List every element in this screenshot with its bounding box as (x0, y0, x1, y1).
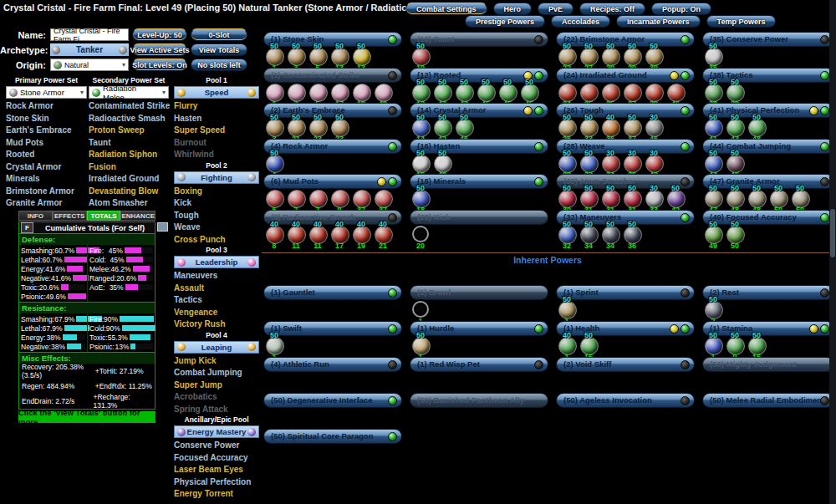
powerlist-item-radiation-siphon[interactable]: Radiation Siphon (89, 149, 169, 161)
empty-slot-icon[interactable] (412, 301, 429, 318)
powerlist-item-combat-jumping[interactable]: Combat Jumping (174, 367, 259, 379)
enhancement-slot[interactable]: 37 (373, 188, 395, 208)
no-slots-left-button[interactable]: No slots left (191, 59, 247, 71)
powerlist-item-proton-sweep[interactable]: Proton Sweep (89, 125, 169, 137)
power-bar-50-degenerative-interface[interactable]: (50) Degenerative Interface (263, 393, 402, 408)
enhancement-slot[interactable]: 5038 (703, 82, 725, 102)
enhancement-slot[interactable]: 5016 (410, 153, 432, 173)
enhancement-slot[interactable]: 408 (264, 224, 286, 244)
power-bar-20-kick[interactable]: (20) Kick (410, 210, 548, 225)
enhancement-slot[interactable]: 25 (600, 82, 622, 102)
enhancement-slot[interactable]: 5028 (557, 153, 579, 173)
enhancement-slot[interactable]: 5039 (725, 82, 747, 102)
enhancement-slot[interactable]: 3042 (644, 153, 665, 173)
pool-dropdown-speed[interactable]: Speed (174, 86, 259, 99)
topbar-button-combat-settings[interactable]: Combat Settings (405, 3, 487, 15)
powerlist-item-boxing[interactable]: Boxing (174, 186, 259, 198)
enhancement-slot[interactable]: 5013 (329, 46, 351, 66)
enhancement-slot[interactable]: 5048 (747, 188, 768, 208)
topbar-button-recipes-off[interactable]: Recipes: Off (579, 3, 645, 15)
enhancement-slot[interactable]: 5027 (579, 46, 600, 66)
powerlist-item-earth-s-embrace[interactable]: Earth's Embrace (6, 125, 87, 137)
topbar-button-incarnate-powers[interactable]: Incarnate Powers (616, 15, 701, 28)
origin-dropdown[interactable]: Natural ▾ (50, 59, 129, 71)
enhancement-slot[interactable]: 5034 (579, 224, 600, 244)
enhancement-slot[interactable]: 505 (308, 46, 329, 66)
pool-dropdown-leadership[interactable]: Leadership (174, 256, 259, 268)
enhancement-slot[interactable]: 5044 (703, 153, 725, 173)
powerlist-item-brimstone-armor[interactable]: Brimstone Armor (6, 186, 87, 198)
name-input[interactable]: Crystal Cristal - Fire Farm Fi (50, 28, 129, 41)
enhancement-slot[interactable]: 3046 (644, 117, 665, 137)
enhancement-slot[interactable]: 5018 (410, 188, 432, 208)
power-bar-1-contaminated-strike[interactable]: (1) Contaminated Strike (263, 68, 402, 83)
enhancement-slot[interactable]: 5050 (768, 188, 790, 208)
enhancement-slot[interactable]: 5031 (622, 188, 644, 208)
enhancement-slot[interactable]: 5031 (579, 188, 600, 208)
powerlist-item-taunt[interactable]: Taunt (89, 137, 169, 150)
powerlist-item-spring-attack[interactable]: Spring Attack (174, 404, 259, 416)
enhancement-slot[interactable]: 4019 (351, 224, 373, 244)
enhancement-slot[interactable]: 5047 (703, 188, 725, 208)
powerlist-item-tough[interactable]: Tough (174, 210, 259, 222)
secondary-powerset-dropdown[interactable]: Radiation Melee▾ (89, 86, 169, 99)
enhancement-slot[interactable]: 6 (264, 188, 286, 208)
power-bar-4-athletic-run[interactable]: (4) Athletic Run (263, 357, 402, 372)
enhancement-slot[interactable]: 5048 (747, 117, 768, 137)
power-bar-24-irradiated-ground[interactable]: (24) Irradiated Ground (556, 68, 695, 83)
enhancement-slot[interactable]: 501 (703, 335, 725, 355)
powerlist-item-devastating-blow[interactable]: Devastating Blow (89, 186, 169, 198)
enhancement-slot[interactable]: 501 (264, 335, 286, 355)
powerlist-item-jump-kick[interactable]: Jump Kick (174, 355, 259, 368)
power-bar-1-red-wisp-pet[interactable]: (1) Red Wisp Pet (410, 357, 548, 372)
enhancement-slot[interactable]: 5014 (410, 117, 432, 137)
powerlist-item-contaminated-strike[interactable]: Contaminated Strike (89, 100, 169, 113)
powerlist-item-minerals[interactable]: Minerals (6, 173, 87, 186)
enhancement-slot[interactable]: 3033 (644, 188, 665, 208)
enhancement-slot[interactable]: 5043 (725, 117, 747, 137)
view-active-sets-button[interactable]: View Active Sets (132, 43, 187, 56)
enhancement-slot[interactable]: 501 (557, 299, 579, 319)
topbar-button-prestige-powers[interactable]: Prestige Powers (465, 15, 545, 28)
topbar-button-temp-powers[interactable]: Temp Powers (706, 15, 777, 28)
pool-dropdown-leaping[interactable]: Leaping (174, 341, 259, 354)
archetype-next-icon[interactable] (119, 46, 127, 54)
power-bar-50-spiritual-core-paragon[interactable]: (50) Spiritual Core Paragon (263, 429, 402, 444)
enhancement-slot[interactable]: 5030 (557, 188, 579, 208)
enhancement-slot[interactable]: 5012 (410, 82, 432, 102)
enhancement-slot[interactable]: 40 (373, 82, 395, 102)
powerlist-item-crystal-armor[interactable]: Crystal Armor (6, 161, 87, 174)
enhancement-slot[interactable]: 5032 (557, 224, 579, 244)
view-totals-button[interactable]: View Totals (191, 43, 247, 56)
powerlist-item-super-jump[interactable]: Super Jump (174, 379, 259, 392)
powerlist-item-rock-armor[interactable]: Rock Armor (6, 100, 87, 113)
enhancement-slot[interactable]: 5045 (497, 82, 519, 102)
enhancement-slot[interactable]: 7 (286, 188, 308, 208)
enhancement-slot[interactable]: 5010 (410, 46, 432, 66)
power-bar-50-mighty-judgement[interactable]: (50) Mighty Judgement (702, 357, 834, 372)
enhancement-slot[interactable]: 20 (410, 224, 432, 244)
powerlist-item-stone-skin[interactable]: Stone Skin (6, 113, 87, 125)
slot-levels-on-button[interactable]: Slot Levels: On (132, 59, 187, 71)
enhancement-slot[interactable]: 5023 (308, 117, 329, 137)
power-bar-50-melee-radial-embodiment[interactable]: (50) Melee Radial Embodiment (702, 393, 834, 408)
topbar-button-popup-on[interactable]: Popup: On (651, 3, 711, 15)
enhancement-slot[interactable]: 5041 (703, 117, 725, 137)
enhancement-slot[interactable]: 5046 (725, 153, 747, 173)
enhancement-slot[interactable]: 5036 (622, 224, 644, 244)
enhancement-slot[interactable]: 7 (308, 188, 329, 208)
vertical-scrollbar[interactable] (829, 0, 836, 504)
powerlist-item-atom-smasher[interactable]: Atom Smasher (89, 197, 169, 210)
enhancement-slot[interactable]: 4011 (286, 224, 308, 244)
enhancement-slot[interactable]: 19 (351, 82, 373, 102)
powerlist-item-hasten[interactable]: Hasten (174, 113, 259, 125)
float-panel-icon[interactable] (157, 222, 168, 232)
powerlist-item-assault[interactable]: Assault (174, 283, 259, 295)
enhancement-slot[interactable]: 9 (329, 188, 351, 208)
powerlist-item-energy-torrent[interactable]: Energy Torrent (174, 488, 259, 501)
enhancement-slot[interactable]: 1 (264, 82, 286, 102)
powerlist-item-vengeance[interactable]: Vengeance (174, 307, 259, 319)
enhancement-slot[interactable]: 501 (410, 335, 432, 355)
powerlist-item-radioactive-smash[interactable]: Radioactive Smash (89, 113, 169, 125)
enhancement-slot[interactable]: 504 (264, 153, 286, 173)
